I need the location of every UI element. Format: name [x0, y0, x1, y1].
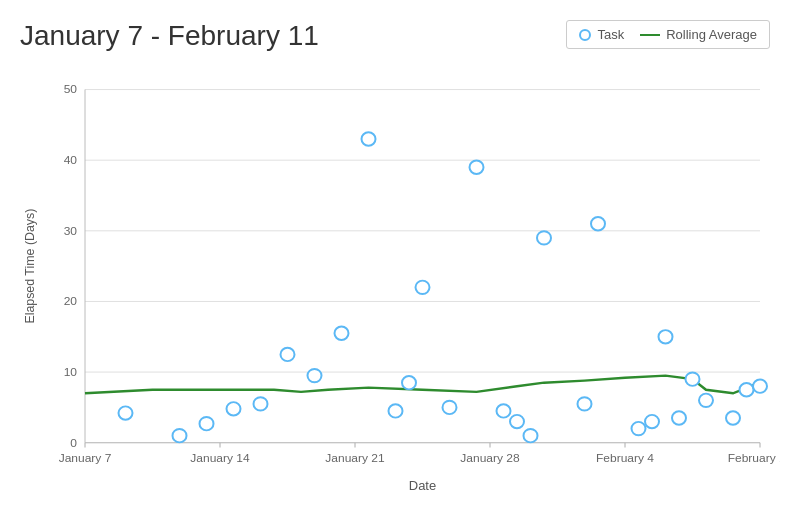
svg-point-51 — [699, 394, 713, 407]
legend-task-label: Task — [597, 27, 624, 42]
svg-point-35 — [389, 404, 403, 417]
svg-point-43 — [537, 231, 551, 244]
svg-point-42 — [524, 429, 538, 442]
svg-point-28 — [200, 417, 214, 430]
svg-text:50: 50 — [64, 83, 78, 96]
svg-point-54 — [753, 380, 767, 393]
chart-svg: 01020304050January 7January 14January 21… — [20, 80, 780, 500]
svg-point-29 — [227, 402, 241, 415]
svg-point-40 — [497, 404, 511, 417]
svg-point-50 — [686, 372, 700, 385]
svg-text:February 11: February 11 — [728, 451, 780, 464]
svg-text:January 21: January 21 — [325, 451, 384, 464]
svg-text:Date: Date — [409, 480, 436, 494]
svg-text:10: 10 — [64, 365, 78, 378]
svg-point-48 — [659, 330, 673, 343]
svg-point-38 — [443, 401, 457, 414]
svg-text:40: 40 — [64, 153, 78, 166]
svg-point-36 — [402, 376, 416, 389]
svg-point-33 — [335, 327, 349, 340]
svg-point-32 — [308, 369, 322, 382]
svg-point-46 — [632, 422, 646, 435]
svg-point-37 — [416, 281, 430, 294]
svg-text:30: 30 — [64, 224, 78, 237]
svg-text:February 4: February 4 — [596, 451, 654, 464]
svg-point-27 — [173, 429, 187, 442]
legend-rolling-avg-label: Rolling Average — [666, 27, 757, 42]
svg-point-39 — [470, 161, 484, 174]
svg-point-49 — [672, 411, 686, 424]
legend-task: Task — [579, 27, 624, 42]
svg-text:January 14: January 14 — [190, 451, 250, 464]
svg-text:0: 0 — [70, 436, 77, 449]
svg-text:January 28: January 28 — [460, 451, 520, 464]
svg-text:20: 20 — [64, 295, 78, 308]
svg-point-47 — [645, 415, 659, 428]
svg-point-45 — [591, 217, 605, 230]
legend: Task Rolling Average — [566, 20, 770, 49]
svg-point-26 — [119, 406, 133, 419]
svg-point-44 — [578, 397, 592, 410]
svg-point-41 — [510, 415, 524, 428]
chart-container: January 7 - February 11 Task Rolling Ave… — [0, 0, 800, 526]
svg-point-52 — [726, 411, 740, 424]
svg-point-30 — [254, 397, 268, 410]
legend-task-icon — [579, 29, 591, 41]
svg-text:Elapsed Time (Days): Elapsed Time (Days) — [23, 209, 37, 324]
legend-rolling-avg: Rolling Average — [640, 27, 757, 42]
svg-text:January 7: January 7 — [59, 451, 112, 464]
legend-rolling-avg-icon — [640, 34, 660, 36]
svg-point-53 — [740, 383, 754, 396]
svg-point-31 — [281, 348, 295, 361]
svg-point-34 — [362, 132, 376, 145]
